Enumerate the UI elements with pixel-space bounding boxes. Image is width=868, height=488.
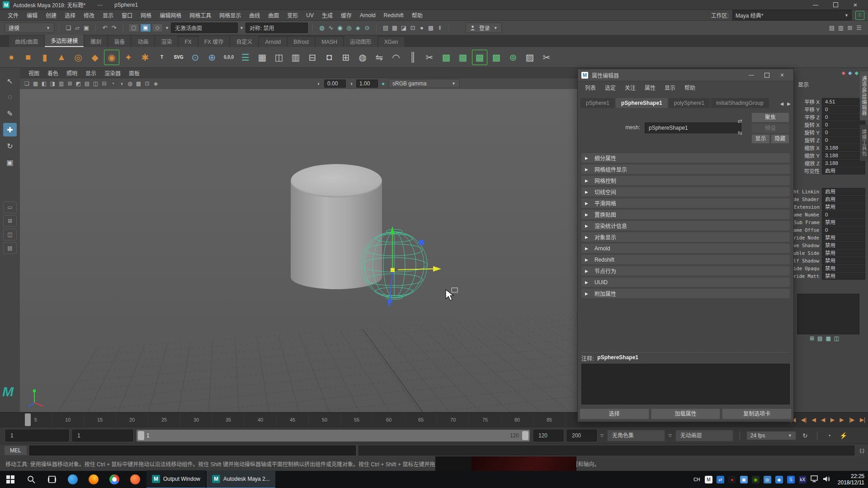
attribute-section-header[interactable]: ▶ 置换贴图 <box>581 210 790 219</box>
loop-playback-icon[interactable]: ↻ <box>800 432 811 439</box>
attribute-section-header[interactable]: ▶ UUID <box>581 277 790 287</box>
attribute-editor-menu-item[interactable]: 帮助 <box>680 84 700 91</box>
gamma-field[interactable]: 1.00 <box>356 80 378 88</box>
layer-editor-panel[interactable] <box>797 294 859 334</box>
lasso-tool[interactable]: ◌ <box>3 90 17 104</box>
character-set-selector[interactable]: 无角色集 <box>607 430 665 441</box>
poly-torus-icon[interactable]: ◎ <box>71 50 86 65</box>
menu-item[interactable]: UV <box>302 12 318 19</box>
maximize-button[interactable] <box>826 0 845 10</box>
menu-item[interactable]: 网格 <box>137 11 156 19</box>
attribute-section-header[interactable]: ▶ 平滑网格 <box>581 198 790 208</box>
combine-icon[interactable]: ▦ <box>255 50 270 65</box>
attribute-editor-titlebar[interactable]: M 属性编辑器 — × <box>578 69 793 81</box>
channel-row[interactable]: ride Nodes 禁用 <box>793 234 868 241</box>
swap-connection-icon[interactable]: ⇄ <box>738 118 742 124</box>
channel-row[interactable]: 可见性 启用 <box>793 167 868 174</box>
playback-speed-icon[interactable]: ◔ <box>824 432 835 439</box>
viewport-toolbar-icon[interactable]: ▦ <box>31 80 40 87</box>
viewport-toolbar-icon[interactable]: ◍ <box>126 80 134 87</box>
redo-icon[interactable]: ↷ <box>109 24 118 31</box>
channel-row[interactable]: uble Sided 禁用 <box>793 249 868 257</box>
attribute-section-header[interactable]: ▶ 切线空间 <box>581 187 790 197</box>
viewport-toolbar-icon[interactable]: ◩ <box>74 80 83 87</box>
channel-box-show-label[interactable]: 显示 <box>793 76 868 88</box>
viewport-toolbar-icon[interactable]: ◨ <box>48 80 57 87</box>
layout-single-pane[interactable]: ▭ <box>3 202 17 213</box>
mirror-icon[interactable]: ⇋ <box>372 50 387 65</box>
fps-selector[interactable]: 24 fps▼ <box>746 431 796 440</box>
step-forward-key-button[interactable]: ▶ <box>840 417 844 423</box>
go-to-end-button[interactable]: ▶| <box>860 417 865 423</box>
viewport-toolbar-icon[interactable]: ▥ <box>57 80 66 87</box>
timeline-tick[interactable]: 10 <box>52 413 84 427</box>
sidebar-vertical-tab[interactable]: 通道盒/层编辑器 <box>860 71 868 120</box>
attribute-section-header[interactable]: ▶ 渲染统计信息 <box>581 221 790 230</box>
timeline-tick[interactable]: 70 <box>437 413 469 427</box>
timeline-tick[interactable]: 20 <box>116 413 148 427</box>
script-editor-icon[interactable]: {;} <box>860 448 864 453</box>
attribute-section-header[interactable]: ▶ 网格控制 <box>581 176 790 185</box>
attribute-section-header[interactable]: ▶ 网格组件显示 <box>581 164 790 174</box>
command-language-toggle[interactable]: MEL <box>5 446 27 455</box>
channel-row[interactable]: ide Opaque 禁用 <box>793 265 868 272</box>
channel-manip-icon[interactable]: ◆ <box>842 70 845 76</box>
timeline-tick[interactable]: 85 <box>533 413 566 427</box>
colorspace-selector[interactable]: sRGB gamma▼ <box>388 79 460 88</box>
pinch-brush-icon[interactable]: ▩ <box>489 50 504 65</box>
timeline-tick[interactable]: 40 <box>245 413 277 427</box>
save-scene-icon[interactable]: ▣ <box>82 24 91 31</box>
shelf-tab[interactable]: 多边形建模 <box>45 35 84 47</box>
step-back-frame-button[interactable]: ◀| <box>801 417 807 423</box>
text-tool-icon[interactable]: T <box>154 50 170 65</box>
channel-row[interactable]: 缩放 Z 3.188 <box>793 160 868 167</box>
channel-row[interactable]: 缩放 Y 3.188 <box>793 152 868 159</box>
taskbar-app-output-window[interactable]: M Output Window <box>146 470 206 488</box>
maximize-button[interactable] <box>759 70 774 80</box>
toggle-attribute-editor-icon[interactable]: ▤ <box>827 24 836 31</box>
clock[interactable]: 22:25 2018/12/11 <box>835 473 864 486</box>
shelf-tab[interactable]: MASH <box>316 37 343 47</box>
attribute-editor-tab[interactable]: pSphere1 <box>580 98 615 108</box>
snap-view-plane-icon[interactable]: ◈ <box>354 24 363 31</box>
separate-icon[interactable]: ▥ <box>288 50 303 65</box>
snap-projected-center-icon[interactable]: ◎ <box>344 24 354 31</box>
browser-icon[interactable] <box>125 471 146 488</box>
shelf-tab[interactable]: Arnold <box>259 37 287 47</box>
login-dropdown[interactable]: 登录 ▼ <box>466 23 502 33</box>
search-icon[interactable] <box>21 471 42 488</box>
channel-row[interactable]: 旋转 X 0 <box>793 121 868 128</box>
shelf-tab[interactable]: 自定义 <box>230 36 258 47</box>
timeline-tick[interactable]: 30 <box>180 413 212 427</box>
select-object-icon[interactable]: ▣ <box>140 23 151 32</box>
svg-tool-icon[interactable]: SVG <box>171 50 186 65</box>
playback-end-field[interactable]: 120 <box>533 430 563 441</box>
poly-pipe-icon[interactable]: ◉ <box>104 50 119 65</box>
viewport-toolbar-icon[interactable]: ▩ <box>134 80 143 87</box>
tray-app-icon[interactable]: ▣ <box>740 476 748 483</box>
viewport-toolbar-icon[interactable]: ⊟ <box>100 80 108 87</box>
ime-indicator[interactable]: CH <box>693 476 701 483</box>
timeline-tick[interactable]: 55 <box>341 413 373 427</box>
attribute-section-header[interactable]: ▶ Redshift <box>581 255 790 264</box>
menu-item[interactable]: 显示 <box>99 11 118 19</box>
chevron-down-icon[interactable]: ▼ <box>165 26 169 30</box>
select-component-icon[interactable]: ◇ <box>152 23 163 32</box>
minimize-button[interactable]: — <box>744 70 759 80</box>
pin-node-icon[interactable]: ⇆ <box>738 130 742 136</box>
show-button[interactable]: 显示 <box>751 134 770 144</box>
cut-tool-icon[interactable]: ✂ <box>539 50 554 65</box>
crosshatch-icon[interactable]: ▨ <box>522 50 538 65</box>
current-frame-marker[interactable] <box>25 413 31 426</box>
minimize-button[interactable]: — <box>806 0 826 10</box>
viewport-menu-item[interactable]: 照明 <box>62 69 81 77</box>
shelf-tab[interactable]: 渲染 <box>155 36 178 47</box>
layer-stack-icon[interactable]: ☰ <box>238 50 253 65</box>
viewport-menu-item[interactable]: 着色 <box>43 69 62 77</box>
close-button[interactable]: × <box>845 0 865 10</box>
channel-speed-icon[interactable]: ◆ <box>848 70 852 76</box>
extract-icon[interactable]: ⊟ <box>305 50 320 65</box>
open-scene-icon[interactable]: ▱ <box>73 24 82 31</box>
channel-row[interactable]: 旋转 Y 0 <box>793 129 868 136</box>
workspace-selector[interactable]: Maya 经典*▼ <box>732 10 852 20</box>
